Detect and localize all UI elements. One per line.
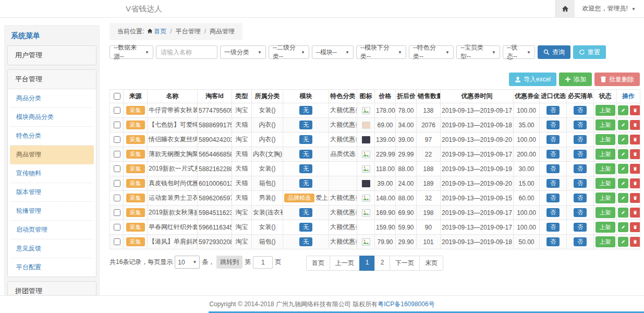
status-toggle-button[interactable]: 上架 bbox=[596, 178, 615, 189]
delete-button[interactable] bbox=[630, 105, 640, 115]
sidebar-item-platform-management[interactable]: 平台管理 bbox=[8, 70, 96, 89]
delete-button[interactable] bbox=[630, 193, 640, 203]
pager-prev[interactable]: 上一页 bbox=[330, 256, 360, 271]
row-select-checkbox[interactable] bbox=[114, 209, 120, 216]
sidebar-subitem-goods-management[interactable]: 商品管理 bbox=[10, 146, 94, 164]
icp-link[interactable]: 粤ICP备16098006号 bbox=[378, 300, 434, 308]
must-buy-toggle[interactable]: 否 bbox=[574, 150, 587, 159]
delete-button[interactable] bbox=[630, 237, 640, 247]
pager-next[interactable]: 下一页 bbox=[390, 256, 420, 271]
pager-page-1[interactable]: 1 bbox=[359, 256, 375, 271]
delete-button[interactable] bbox=[630, 178, 640, 188]
edit-button[interactable] bbox=[618, 120, 628, 130]
edit-button[interactable] bbox=[618, 222, 628, 232]
sidebar-subitem-promo-materials[interactable]: 宣传物料 bbox=[10, 164, 94, 183]
sidebar-subitem-carousel-management[interactable]: 轮播管理 bbox=[10, 202, 94, 221]
import-opt-toggle[interactable]: 否 bbox=[546, 135, 560, 144]
edit-button[interactable] bbox=[618, 164, 628, 174]
status-toggle-button[interactable]: 上架 bbox=[596, 222, 615, 233]
jump-to-page-button[interactable]: 跳转到 bbox=[216, 256, 242, 269]
batch-delete-button[interactable]: 批量删除 bbox=[594, 73, 640, 86]
page-number-input[interactable] bbox=[253, 256, 273, 269]
filter-select-module[interactable]: --模块--▼ bbox=[312, 45, 354, 59]
sidebar-subitem-version-management[interactable]: 版本管理 bbox=[10, 183, 94, 202]
status-toggle-button[interactable]: 上架 bbox=[596, 207, 615, 218]
row-select-checkbox[interactable] bbox=[114, 151, 120, 158]
per-page-select[interactable]: 10▼ bbox=[175, 256, 200, 269]
breadcrumb-home-link[interactable]: 首页 bbox=[154, 28, 166, 35]
row-select-checkbox[interactable] bbox=[114, 165, 120, 172]
filter-select-item-type[interactable]: --宝贝类型--▼ bbox=[456, 45, 500, 59]
must-buy-toggle[interactable]: 否 bbox=[574, 164, 587, 173]
pager-page-2[interactable]: 2 bbox=[374, 256, 390, 271]
must-buy-toggle[interactable]: 否 bbox=[574, 194, 587, 202]
import-opt-toggle[interactable]: 否 bbox=[546, 208, 560, 217]
delete-button[interactable] bbox=[630, 149, 640, 159]
module-badge[interactable]: 无 bbox=[299, 135, 312, 144]
edit-button[interactable] bbox=[618, 193, 628, 203]
sidebar-subitem-featured-category[interactable]: 特色分类 bbox=[10, 127, 94, 146]
import-excel-button[interactable]: 导入excel bbox=[509, 73, 556, 86]
import-opt-toggle[interactable]: 否 bbox=[546, 237, 560, 246]
breadcrumb-item-platform[interactable]: 平台管理 bbox=[176, 28, 201, 35]
home-button[interactable] bbox=[555, 0, 575, 17]
add-button[interactable]: 添加 bbox=[559, 73, 592, 86]
delete-button[interactable] bbox=[630, 208, 640, 218]
delete-button[interactable] bbox=[630, 120, 640, 130]
edit-button[interactable] bbox=[618, 178, 628, 188]
row-select-checkbox[interactable] bbox=[114, 180, 120, 187]
reset-button[interactable]: 重置 bbox=[573, 45, 606, 59]
row-select-checkbox[interactable] bbox=[114, 195, 120, 201]
sidebar-subitem-goods-category[interactable]: 商品分类 bbox=[10, 89, 94, 108]
sidebar-subitem-feedback[interactable]: 意见反馈 bbox=[10, 239, 94, 258]
delete-button[interactable] bbox=[630, 164, 640, 174]
name-search-input[interactable] bbox=[156, 45, 217, 59]
edit-button[interactable] bbox=[618, 105, 628, 115]
filter-select-featured-category[interactable]: --特色分类--▼ bbox=[409, 45, 454, 59]
filter-select-level2-category[interactable]: --二级分类--▼ bbox=[269, 45, 309, 59]
filter-select-level1-category[interactable]: 一级分类▼ bbox=[220, 45, 266, 59]
import-opt-toggle[interactable]: 否 bbox=[546, 179, 560, 188]
status-toggle-button[interactable]: 上架 bbox=[596, 119, 615, 130]
module-badge[interactable]: 无 bbox=[299, 150, 312, 159]
must-buy-toggle[interactable]: 否 bbox=[574, 121, 587, 129]
row-select-checkbox[interactable] bbox=[114, 238, 120, 245]
row-select-checkbox[interactable] bbox=[114, 136, 120, 143]
module-badge[interactable]: 无 bbox=[299, 179, 312, 188]
filter-select-status[interactable]: --状态--▼ bbox=[503, 45, 535, 59]
status-toggle-button[interactable]: 上架 bbox=[596, 192, 615, 203]
module-badge[interactable]: 无 bbox=[299, 121, 312, 129]
select-all-checkbox[interactable] bbox=[114, 93, 120, 100]
status-toggle-button[interactable]: 上架 bbox=[596, 236, 615, 247]
filter-select-data-source[interactable]: --数据来源--▼ bbox=[110, 45, 153, 59]
filter-select-module-subcategory[interactable]: --模块下分类--▼ bbox=[356, 45, 406, 59]
must-buy-toggle[interactable]: 否 bbox=[574, 179, 587, 188]
module-badge[interactable]: 无 bbox=[299, 237, 312, 246]
import-opt-toggle[interactable]: 否 bbox=[546, 223, 560, 232]
edit-button[interactable] bbox=[618, 135, 628, 145]
import-opt-toggle[interactable]: 否 bbox=[546, 106, 560, 115]
must-buy-toggle[interactable]: 否 bbox=[574, 223, 587, 232]
edit-button[interactable] bbox=[618, 237, 628, 247]
module-badge[interactable]: 无 bbox=[299, 106, 312, 115]
search-button[interactable]: 查询 bbox=[538, 45, 570, 59]
pager-last[interactable]: 末页 bbox=[419, 256, 443, 271]
row-select-checkbox[interactable] bbox=[114, 224, 120, 231]
row-select-checkbox[interactable] bbox=[114, 122, 120, 128]
must-buy-toggle[interactable]: 否 bbox=[574, 208, 587, 217]
must-buy-toggle[interactable]: 否 bbox=[574, 237, 587, 246]
status-toggle-button[interactable]: 上架 bbox=[596, 105, 615, 116]
status-toggle-button[interactable]: 上架 bbox=[596, 134, 615, 145]
sidebar-item-group-buy-management[interactable]: 拼团管理 bbox=[8, 282, 96, 295]
must-buy-toggle[interactable]: 否 bbox=[574, 106, 587, 115]
module-badge[interactable]: 无 bbox=[299, 208, 312, 217]
import-opt-toggle[interactable]: 否 bbox=[546, 150, 560, 159]
edit-button[interactable] bbox=[618, 208, 628, 218]
must-buy-toggle[interactable]: 否 bbox=[574, 135, 587, 144]
sidebar-item-user-management[interactable]: 用户管理 bbox=[8, 46, 96, 65]
sidebar-subitem-platform-config[interactable]: 平台配置 bbox=[10, 258, 94, 276]
row-select-checkbox[interactable] bbox=[114, 107, 120, 114]
sidebar-subitem-splash-page-management[interactable]: 启动页管理 bbox=[10, 221, 94, 239]
module-badge[interactable]: 品牌精选 bbox=[284, 194, 314, 202]
user-menu[interactable]: 欢迎您，管理员! ▼ bbox=[575, 0, 644, 17]
